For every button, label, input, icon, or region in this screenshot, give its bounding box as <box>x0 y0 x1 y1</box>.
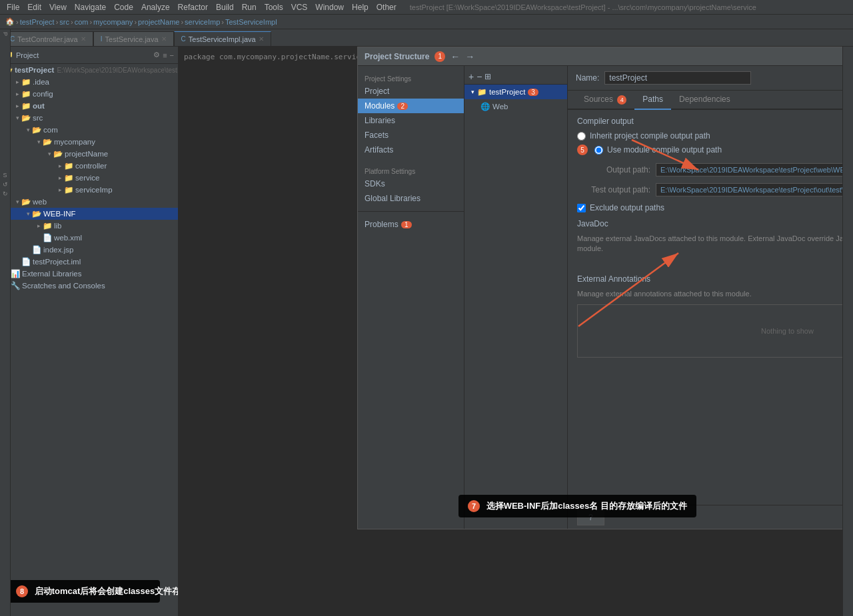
name-input[interactable] <box>604 71 751 85</box>
nav-artifacts[interactable]: Artifacts <box>358 143 464 157</box>
tree-item-com[interactable]: ▾ 📂 com <box>0 124 178 136</box>
menu-tools[interactable]: Tools <box>261 1 287 13</box>
tab-testservice[interactable]: I TestService.java ✕ <box>93 31 174 46</box>
tab-close-icon[interactable]: ✕ <box>161 35 167 43</box>
tree-item-webxml[interactable]: 📄 web.xml <box>0 232 178 244</box>
menu-refactor[interactable]: Refactor <box>174 1 212 13</box>
breadcrumb-mycompany[interactable]: mycompany <box>93 18 133 26</box>
radio-module-input[interactable] <box>594 146 603 154</box>
left-tool-2[interactable]: S <box>3 172 7 178</box>
nav-global-libraries[interactable]: Global Libraries <box>358 191 464 206</box>
tree-item-scratches[interactable]: ▸ 🔧 Scratches and Consoles <box>0 280 178 292</box>
nav-problems[interactable]: Problems 1 <box>358 217 464 232</box>
left-tool-1[interactable]: P <box>2 32 9 36</box>
tab-paths[interactable]: Paths <box>634 91 671 110</box>
expand-icon[interactable]: ▾ <box>13 198 21 205</box>
expand-icon[interactable]: ▸ <box>13 79 21 85</box>
tree-item-idea[interactable]: ▸ 📁 .idea <box>0 76 178 88</box>
tree-item-iml[interactable]: 📄 testProject.iml <box>0 256 178 268</box>
nav-libraries[interactable]: Libraries <box>358 113 464 128</box>
expand-icon[interactable]: ▸ <box>56 162 64 169</box>
expand-icon[interactable]: ▾ <box>45 151 53 157</box>
menu-build[interactable]: Build <box>212 1 238 13</box>
test-output-path-input[interactable] <box>656 183 842 196</box>
sidebar-settings-btn[interactable]: ⚙ <box>153 51 160 59</box>
tree-item-src[interactable]: ▾ 📂 src <box>0 112 178 124</box>
expand-icon[interactable]: ▾ <box>24 127 32 133</box>
menu-run[interactable]: Run <box>238 1 261 13</box>
dialog-forward-btn[interactable]: → <box>465 51 474 62</box>
add-module-btn[interactable]: + <box>468 71 474 82</box>
tree-item-mycompany[interactable]: ▾ 📂 mycompany <box>0 136 178 148</box>
breadcrumb-item[interactable]: 🏠 <box>5 17 15 26</box>
tree-item-lib[interactable]: ▸ 📁 lib <box>0 220 178 232</box>
radio-module: 5 Use module compile output path <box>577 145 842 155</box>
tree-item-webinf[interactable]: ▾ 📂 WEB-INF <box>0 208 178 220</box>
menu-file[interactable]: File <box>3 1 23 13</box>
nav-modules[interactable]: Modules 2 <box>358 99 464 113</box>
nav-sdks[interactable]: SDKs <box>358 176 464 191</box>
tree-item-serviceimp[interactable]: ▸ 📁 serviceImp <box>0 184 178 196</box>
expand-icon[interactable]: ▾ <box>471 89 474 95</box>
tree-item-projectname[interactable]: ▾ 📂 projectName <box>0 148 178 160</box>
tab-sources[interactable]: Sources 4 <box>576 91 634 110</box>
tab-testcontroller[interactable]: C TestController.java ✕ <box>3 31 93 46</box>
expand-icon[interactable]: ▸ <box>56 186 64 193</box>
nav-project[interactable]: Project <box>358 84 464 99</box>
menu-other[interactable]: Other <box>373 1 401 13</box>
menu-view[interactable]: View <box>45 1 71 13</box>
output-path-input[interactable] <box>656 163 842 176</box>
module-label: testProject <box>489 88 525 96</box>
tree-item-indexjsp[interactable]: 📄 index.jsp <box>0 244 178 256</box>
sidebar-layout-btn[interactable]: ≡ <box>163 51 167 59</box>
menu-window[interactable]: Window <box>311 1 348 13</box>
module-item-web[interactable]: 🌐 Web <box>464 99 567 114</box>
nothing-to-show-box: Nothing to show <box>577 304 842 358</box>
expand-icon[interactable]: ▾ <box>24 210 32 217</box>
nav-facets[interactable]: Facets <box>358 128 464 143</box>
module-item-testproject[interactable]: ▾ 📁 testProject 3 <box>464 85 567 99</box>
menu-code[interactable]: Code <box>110 1 137 13</box>
exclude-checkbox[interactable] <box>577 204 586 212</box>
dialog-name-section: Name: <box>568 66 842 91</box>
menu-navigate[interactable]: Navigate <box>71 1 110 13</box>
radio-inherit-input[interactable] <box>577 132 586 141</box>
breadcrumb-testproject[interactable]: testProject <box>20 18 55 26</box>
tab-dependencies[interactable]: Dependencies <box>671 91 738 110</box>
tree-item-testproject[interactable]: ▾ 📂 testProject E:\WorkSpace\2019IDEAWor… <box>0 64 178 76</box>
left-tool-3[interactable]: ↺ <box>3 181 8 188</box>
dialog-back-btn[interactable]: ← <box>450 51 460 62</box>
sidebar-collapse-btn[interactable]: − <box>170 51 174 59</box>
tree-item-web[interactable]: ▾ 📂 web <box>0 196 178 208</box>
expand-icon[interactable]: ▸ <box>56 174 64 181</box>
modules-badge: 2 <box>397 103 408 110</box>
tree-item-service[interactable]: ▸ 📁 service <box>0 172 178 184</box>
expand-icon[interactable]: ▸ <box>13 91 21 97</box>
tab-testserviceimpl[interactable]: C TestServiceImpl.java ✕ <box>174 31 271 46</box>
tree-item-out[interactable]: ▸ 📁 out <box>0 100 178 112</box>
breadcrumb-serviceimp[interactable]: serviceImp <box>185 18 220 26</box>
tree-label: com <box>43 126 58 134</box>
breadcrumb-testserviceimpl[interactable]: TestServiceImpl <box>225 18 277 26</box>
menu-vcs[interactable]: VCS <box>287 1 312 13</box>
project-sidebar: 📁 Project ⚙ ≡ − ▾ 📂 testProject E:\WorkS… <box>0 47 179 616</box>
expand-icon[interactable]: ▸ <box>35 222 43 229</box>
expand-icon[interactable]: ▾ <box>13 115 21 121</box>
left-tool-4[interactable]: ↻ <box>3 190 8 197</box>
tab-close-icon[interactable]: ✕ <box>81 35 86 43</box>
tree-item-config[interactable]: ▸ 📁 config <box>0 88 178 100</box>
expand-icon[interactable]: ▸ <box>13 103 21 109</box>
menu-help[interactable]: Help <box>348 1 373 13</box>
tab-close-icon[interactable]: ✕ <box>259 35 264 43</box>
tree-item-extlibs[interactable]: ▸ 📊 External Libraries <box>0 268 178 280</box>
copy-module-btn[interactable]: ⊞ <box>484 72 491 81</box>
dialog-title-badge: 1 <box>434 51 445 62</box>
menu-edit[interactable]: Edit <box>23 1 45 13</box>
menu-analyze[interactable]: Analyze <box>137 1 174 13</box>
breadcrumb-src[interactable]: src <box>59 18 69 26</box>
breadcrumb-com[interactable]: com <box>75 18 89 26</box>
breadcrumb-projectname[interactable]: projectName <box>138 18 179 26</box>
expand-icon[interactable]: ▾ <box>35 139 43 145</box>
remove-module-btn[interactable]: − <box>476 71 482 82</box>
tree-item-controller[interactable]: ▸ 📁 controller <box>0 160 178 172</box>
